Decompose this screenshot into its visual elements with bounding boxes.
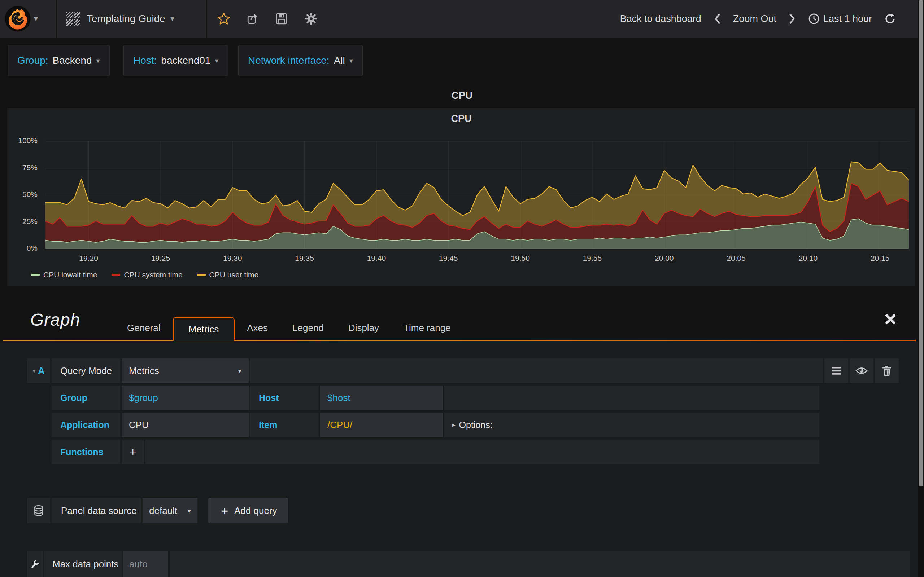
functions-label: Functions bbox=[52, 440, 120, 464]
query-mode-value: Metrics bbox=[129, 365, 159, 377]
options-label: Options: bbox=[459, 420, 493, 430]
legend-item[interactable]: CPU user time bbox=[197, 271, 259, 279]
metrics-tab-content: ▾ A Query Mode Metrics ▾ bbox=[0, 341, 924, 577]
datasource-row: Panel data source default ▾ ＋ Add query bbox=[27, 498, 288, 523]
database-icon-cell bbox=[27, 498, 50, 523]
add-query-label: Add query bbox=[234, 505, 277, 516]
x-axis: 19:2019:2519:3019:3519:4019:4519:5019:55… bbox=[45, 254, 909, 266]
group-input[interactable] bbox=[129, 392, 241, 403]
cpu-panel: CPU 100%75%50%25%0% 19:2019:2519:3019:35… bbox=[7, 108, 915, 285]
panel-datasource-label: Panel data source bbox=[52, 498, 141, 523]
max-data-points-input[interactable] bbox=[129, 559, 162, 570]
row-filler bbox=[444, 385, 819, 410]
scrollbar-thumb[interactable] bbox=[919, 0, 923, 486]
time-back-button[interactable] bbox=[714, 13, 721, 24]
chevron-down-icon: ▾ bbox=[32, 367, 36, 375]
max-data-points-label: Max data points bbox=[44, 551, 122, 577]
legend-label: CPU iowait time bbox=[43, 271, 97, 279]
item-field-wrap bbox=[320, 413, 443, 437]
query-row-group-host: Group Host bbox=[27, 385, 819, 410]
query-collapse-toggle[interactable]: ▾ A bbox=[27, 358, 50, 383]
x-axis-label: 20:15 bbox=[864, 254, 896, 263]
variable-group-value: Backend bbox=[53, 55, 92, 66]
tab-axes[interactable]: Axes bbox=[234, 315, 280, 341]
x-axis-label: 19:40 bbox=[360, 254, 393, 263]
options-toggle[interactable]: ▸ Options: bbox=[444, 413, 819, 437]
tab-metrics[interactable]: Metrics bbox=[173, 317, 235, 341]
x-axis-label: 19:30 bbox=[216, 254, 249, 263]
editor-tabs: General Metrics Axes Legend Display Time… bbox=[115, 315, 463, 341]
group-label: Group bbox=[52, 385, 120, 410]
variable-group-label: Group: bbox=[17, 55, 48, 66]
legend-label: CPU system time bbox=[124, 271, 182, 279]
max-data-points-field-wrap bbox=[123, 551, 168, 577]
query-letter: A bbox=[38, 365, 45, 377]
legend-item[interactable]: CPU iowait time bbox=[31, 271, 97, 279]
chevron-down-icon: ▾ bbox=[96, 56, 100, 65]
y-axis-label: 50% bbox=[7, 190, 42, 199]
row-filler bbox=[145, 440, 819, 464]
query-row-application-item: Application Item ▸ Options: bbox=[27, 413, 819, 437]
save-button[interactable] bbox=[270, 0, 293, 37]
variable-host[interactable]: Host: backend01 ▾ bbox=[123, 45, 228, 76]
item-input[interactable] bbox=[327, 419, 436, 430]
query-row-a: ▾ A Query Mode Metrics ▾ bbox=[27, 358, 899, 383]
wrench-icon-cell bbox=[27, 551, 43, 577]
plus-icon: ＋ bbox=[219, 503, 230, 518]
cpu-stacked-area-chart[interactable] bbox=[45, 141, 909, 250]
settings-button[interactable] bbox=[300, 0, 323, 37]
star-button[interactable] bbox=[212, 0, 235, 37]
grafana-logo-button[interactable]: ▾ bbox=[4, 5, 46, 33]
template-variables-bar: Group: Backend ▾ Host: backend01 ▾ Netwo… bbox=[0, 37, 924, 83]
variable-network-interface[interactable]: Network interface: All ▾ bbox=[238, 45, 363, 76]
x-axis-label: 19:50 bbox=[504, 254, 537, 263]
add-query-button[interactable]: ＋ Add query bbox=[208, 498, 288, 523]
chevron-down-icon: ▾ bbox=[238, 367, 241, 375]
tab-general[interactable]: General bbox=[115, 315, 173, 341]
star-icon bbox=[217, 12, 230, 25]
trash-icon bbox=[882, 366, 892, 376]
chart-legend: CPU iowait timeCPU system timeCPU user t… bbox=[31, 271, 258, 279]
application-input[interactable] bbox=[129, 419, 241, 430]
share-icon bbox=[247, 13, 259, 25]
panel-fullscreen-title: CPU bbox=[0, 83, 924, 108]
x-axis-label: 19:55 bbox=[576, 254, 609, 263]
query-delete-button[interactable] bbox=[875, 358, 899, 383]
datasource-select[interactable]: default ▾ bbox=[142, 498, 197, 523]
tab-time-range[interactable]: Time range bbox=[391, 315, 463, 341]
y-axis-label: 25% bbox=[7, 217, 42, 226]
y-axis-label: 0% bbox=[7, 244, 42, 253]
divider bbox=[56, 0, 57, 37]
add-function-button[interactable]: + bbox=[122, 440, 144, 464]
query-toggle-visibility-button[interactable] bbox=[850, 358, 874, 383]
database-icon bbox=[32, 504, 45, 517]
zoom-out-button[interactable]: Zoom Out bbox=[733, 13, 776, 24]
share-button[interactable] bbox=[241, 0, 264, 37]
application-label: Application bbox=[52, 413, 120, 437]
dashboard-title-button[interactable]: Templating Guide ▾ bbox=[87, 0, 174, 37]
time-forward-button[interactable] bbox=[789, 13, 796, 24]
x-axis-label: 20:00 bbox=[648, 254, 680, 263]
time-range-button[interactable]: Last 1 hour bbox=[808, 13, 872, 24]
host-input[interactable] bbox=[327, 392, 436, 403]
variable-host-label: Host: bbox=[133, 55, 157, 66]
refresh-icon bbox=[884, 13, 896, 24]
dashboard-icon bbox=[66, 12, 80, 26]
close-editor-button[interactable] bbox=[885, 314, 896, 324]
navbar: ▾ Templating Guide ▾ bbox=[0, 0, 924, 37]
query-menu-button[interactable] bbox=[824, 358, 848, 383]
refresh-button[interactable] bbox=[884, 13, 896, 24]
application-field-wrap bbox=[122, 413, 249, 437]
variable-group[interactable]: Group: Backend ▾ bbox=[8, 45, 110, 76]
editor-accent-line bbox=[3, 340, 916, 341]
tab-legend[interactable]: Legend bbox=[280, 315, 336, 341]
legend-item[interactable]: CPU system time bbox=[111, 271, 182, 279]
back-to-dashboard-button[interactable]: Back to dashboard bbox=[620, 13, 701, 24]
close-icon bbox=[885, 314, 896, 324]
legend-swatch bbox=[111, 274, 120, 276]
legend-swatch bbox=[31, 274, 40, 276]
query-mode-select[interactable]: Metrics ▾ bbox=[122, 358, 249, 383]
tab-display[interactable]: Display bbox=[336, 315, 391, 341]
panel-title[interactable]: CPU bbox=[7, 113, 915, 124]
y-axis-label: 100% bbox=[7, 136, 42, 145]
